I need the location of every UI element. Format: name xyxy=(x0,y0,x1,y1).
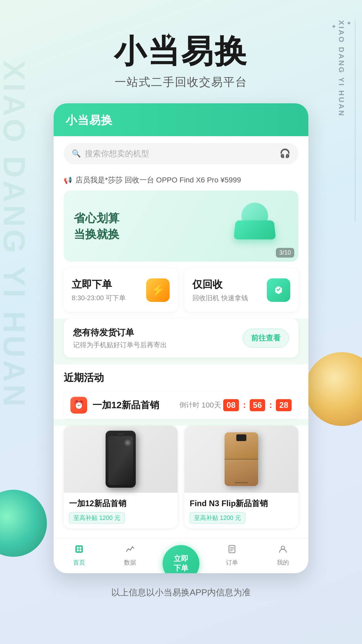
product-image-oneplus xyxy=(64,426,178,493)
svg-rect-1 xyxy=(77,547,79,549)
banner-area: 省心划算 当换就换 3/10 xyxy=(54,191,308,268)
activity-left: ⏰ 一加12新品首销 xyxy=(70,397,159,414)
phone-oneplus-visual xyxy=(106,431,136,488)
search-placeholder: 搜索你想卖的机型 xyxy=(85,148,276,159)
countdown-label: 倒计时 xyxy=(179,400,199,410)
section-title: 近期活动 xyxy=(64,371,298,385)
banner[interactable]: 省心划算 当换就换 3/10 xyxy=(64,191,298,262)
nav-item-home[interactable]: 首页 xyxy=(54,544,105,567)
product-grid: 一加12新品首销 至高补贴 1200 元 Find N3 Flip新品首销 至高… xyxy=(54,426,308,538)
action-card-order[interactable]: 立即下单 8:30-23:00 可下单 ⚡ xyxy=(64,268,178,312)
order-reminder: 您有待发货订单 记得为手机贴好订单号后再寄出 前往查看 xyxy=(64,319,298,358)
nav-label-orders: 订单 xyxy=(226,558,238,567)
banner-line2: 当换就换 xyxy=(74,227,119,242)
announcement-bar: 📢 店员我是*莎莎 回收一台 OPPO Find X6 Pro ¥5999 xyxy=(54,171,308,191)
app-logo: 小当易换 xyxy=(66,113,113,128)
order-title: 您有待发货订单 xyxy=(73,327,167,338)
product-name-flip: Find N3 Flip新品首销 xyxy=(190,498,293,509)
activity-header: ⏰ 一加12新品首销 倒计时 100天 08 ： 56 ： 28 xyxy=(64,391,298,419)
nav-fab-label: 立即下单 xyxy=(174,554,188,573)
action-card-recycle[interactable]: 仅回收 回收旧机 快速拿钱 xyxy=(184,268,298,312)
product-info-flip: Find N3 Flip新品首销 至高补贴 1200 元 xyxy=(184,493,298,528)
subsidy-badge-flip: 至高补贴 1200 元 xyxy=(190,512,245,524)
search-icon: 🔍 xyxy=(72,149,81,158)
orb-gold xyxy=(305,352,362,426)
app-header: 小当易换 xyxy=(54,103,308,136)
nav-item-orders[interactable]: 订单 xyxy=(206,544,257,567)
banner-text: 省心划算 当换就换 xyxy=(74,210,119,242)
action-title-recycle: 仅回收 xyxy=(192,278,267,291)
product-card-oneplus[interactable]: 一加12新品首销 至高补贴 1200 元 xyxy=(64,426,178,528)
nav-fab-button[interactable]: 立即下单 xyxy=(163,545,199,573)
header-area: 小当易换 一站式二手回收交易平台 xyxy=(0,0,362,103)
order-subtitle: 记得为手机贴好订单号后再寄出 xyxy=(73,340,167,350)
action-icon-order: ⚡ xyxy=(146,278,170,302)
product-name-oneplus: 一加12新品首销 xyxy=(69,498,172,509)
time-seconds: 28 xyxy=(276,399,292,411)
activity-section-bg: 近期活动 ⏰ 一加12新品首销 倒计时 100天 08 ： 56 ： 28 xyxy=(54,364,308,419)
bottom-nav: 首页 数据 立即下单 xyxy=(54,538,308,573)
cube-base xyxy=(234,220,276,239)
order-text-block: 您有待发货订单 记得为手机贴好订单号后再寄出 xyxy=(73,327,167,350)
action-info-order: 立即下单 8:30-23:00 可下单 xyxy=(72,278,146,303)
product-info-oneplus: 一加12新品首销 至高补贴 1200 元 xyxy=(64,493,178,528)
product-image-flip xyxy=(184,426,298,493)
action-icon-recycle xyxy=(267,278,290,302)
time-sep-2: ： xyxy=(266,400,275,411)
subtitle: 一站式二手回收交易平台 xyxy=(0,74,362,90)
order-btn[interactable]: 前往查看 xyxy=(243,329,289,347)
announce-text: 店员我是*莎莎 回收一台 OPPO Find X6 Pro ¥5999 xyxy=(75,175,241,185)
orders-icon xyxy=(227,544,237,556)
nav-label-data: 数据 xyxy=(124,558,136,567)
banner-badge: 3/10 xyxy=(276,248,294,258)
countdown-days: 100天 xyxy=(201,400,221,410)
nav-label-home: 首页 xyxy=(73,558,85,567)
page-footer: 以上信息以小当易换APP内信息为准 xyxy=(0,573,362,612)
activity-icon: ⏰ xyxy=(70,397,87,414)
activity-name: 一加12新品首销 xyxy=(93,399,159,412)
profile-icon xyxy=(278,544,288,556)
main-title: 小当易换 xyxy=(114,34,248,69)
bg-text-left: XIAO DANG YI HUAN xyxy=(0,60,31,409)
time-sep-1: ： xyxy=(240,400,248,411)
time-hours: 08 xyxy=(223,399,239,411)
svg-rect-0 xyxy=(75,545,83,553)
orb-green xyxy=(0,490,47,557)
countdown-time: 08 ： 56 ： 28 xyxy=(223,399,292,411)
svg-rect-3 xyxy=(77,549,79,551)
quick-actions: 立即下单 8:30-23:00 可下单 ⚡ 仅回收 回收旧机 快速拿钱 xyxy=(54,268,308,319)
svg-rect-2 xyxy=(79,547,81,549)
search-bar[interactable]: 🔍 搜索你想卖的机型 🎧 xyxy=(64,143,298,164)
search-area: 🔍 搜索你想卖的机型 🎧 xyxy=(54,136,308,171)
time-minutes: 56 xyxy=(250,399,265,411)
cube-visual xyxy=(228,203,282,246)
nav-item-data[interactable]: 数据 xyxy=(105,544,156,567)
phone-flip-visual xyxy=(225,432,258,486)
footer-text: 以上信息以小当易换APP内信息为准 xyxy=(111,587,251,597)
banner-line1: 省心划算 xyxy=(74,210,119,227)
countdown-area: 倒计时 100天 08 ： 56 ： 28 xyxy=(179,399,292,411)
nav-item-profile[interactable]: 我的 xyxy=(257,544,308,567)
svg-rect-4 xyxy=(79,549,81,551)
subsidy-badge-oneplus: 至高补贴 1200 元 xyxy=(69,512,125,524)
headphone-icon[interactable]: 🎧 xyxy=(280,148,290,159)
action-subtitle-order: 8:30-23:00 可下单 xyxy=(72,293,146,303)
action-info-recycle: 仅回收 回收旧机 快速拿钱 xyxy=(192,278,267,303)
product-card-flip[interactable]: Find N3 Flip新品首销 至高补贴 1200 元 xyxy=(184,426,298,528)
home-icon xyxy=(74,544,84,556)
nav-label-profile: 我的 xyxy=(277,558,289,567)
action-subtitle-recycle: 回收旧机 快速拿钱 xyxy=(192,293,267,303)
banner-visual xyxy=(228,203,288,250)
data-icon xyxy=(125,544,135,556)
action-title-order: 立即下单 xyxy=(72,278,146,291)
app-mockup: 小当易换 🔍 搜索你想卖的机型 🎧 📢 店员我是*莎莎 回收一台 OPPO Fi… xyxy=(54,103,308,573)
announce-icon: 📢 xyxy=(64,176,72,184)
